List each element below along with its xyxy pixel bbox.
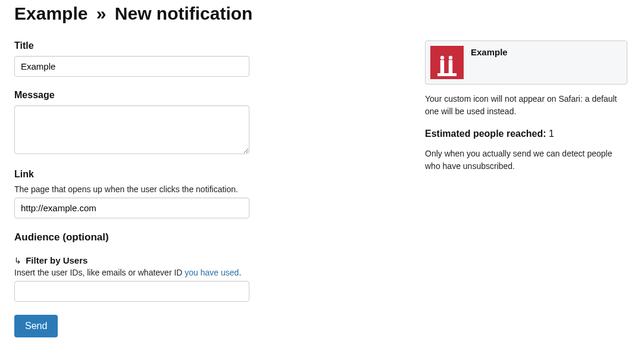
breadcrumb-parent: Example	[14, 4, 87, 23]
notification-preview-card: Example	[425, 40, 627, 84]
title-input[interactable]	[14, 56, 249, 77]
message-label: Message	[14, 90, 401, 101]
filter-users-heading-text: Filter by Users	[26, 255, 87, 265]
send-button[interactable]: Send	[14, 315, 58, 337]
audience-heading: Audience (optional)	[14, 231, 401, 243]
link-label: Link	[14, 169, 401, 180]
filter-users-help: Insert the user IDs, like emails or what…	[14, 268, 401, 277]
link-help-text: The page that opens up when the user cli…	[14, 184, 401, 194]
filter-users-input[interactable]	[14, 281, 249, 302]
arrow-down-right-icon: ↳	[14, 256, 21, 265]
estimated-reach-count: 1	[549, 129, 554, 139]
breadcrumb-current: New notification	[115, 4, 253, 23]
unsubscribe-note: Only when you actually send we can detec…	[425, 148, 627, 173]
estimated-reach-colon: :	[543, 129, 549, 139]
app-icon	[430, 46, 464, 79]
estimated-reach-label: Estimated people reached	[425, 129, 543, 139]
svg-point-2	[449, 56, 452, 60]
filter-help-pre: Insert the user IDs, like emails or what…	[14, 268, 185, 277]
svg-rect-5	[437, 73, 457, 76]
link-input[interactable]	[14, 198, 249, 218]
you-have-used-link[interactable]: you have used	[185, 268, 239, 277]
preview-title: Example	[471, 47, 508, 57]
page-title: Example » New notification	[14, 4, 630, 24]
filter-users-heading: ↳ Filter by Users	[14, 255, 401, 265]
estimated-reach: Estimated people reached: 1	[425, 129, 627, 139]
title-label: Title	[14, 40, 401, 51]
message-textarea[interactable]	[14, 105, 249, 154]
breadcrumb-separator: »	[96, 4, 107, 23]
filter-help-post: .	[239, 268, 241, 277]
safari-note: Your custom icon will not appear on Safa…	[425, 93, 627, 118]
svg-point-1	[440, 56, 444, 60]
